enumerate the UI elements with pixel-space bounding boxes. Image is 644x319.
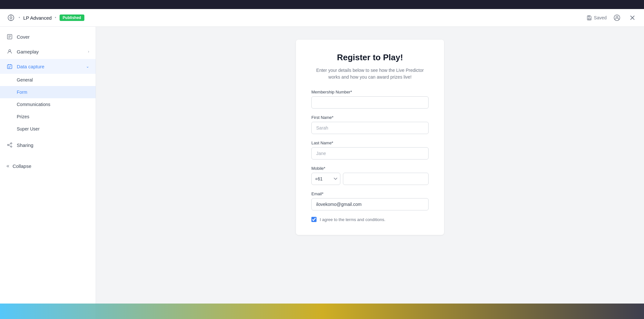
general-label: General (17, 77, 33, 82)
sidebar-cover-label: Cover (17, 34, 89, 40)
sidebar-gameplay-label: Gameplay (17, 49, 84, 54)
header-title: LP Advanced (23, 15, 52, 21)
last-name-field: Last Name* (311, 140, 429, 160)
sidebar-sub-item-form[interactable]: Form (0, 86, 96, 98)
first-name-input[interactable] (311, 122, 429, 134)
save-icon (587, 15, 592, 20)
mobile-input[interactable] (343, 173, 429, 185)
prizes-label: Prizes (17, 114, 29, 119)
form-card: Register to Play! Enter your details bel… (296, 40, 444, 235)
person-icon (6, 48, 13, 55)
modal-window: • LP Advanced • Published Saved (0, 9, 644, 319)
form-label: Form (17, 90, 27, 95)
predictor-icon (6, 13, 15, 22)
sharing-label: Sharing (17, 142, 89, 148)
communications-label: Communications (17, 102, 50, 107)
share-icon (6, 142, 13, 148)
sidebar-data-capture-label: Data capture (17, 64, 82, 69)
last-name-label: Last Name* (311, 140, 429, 145)
capture-icon (6, 63, 13, 70)
super-user-label: Super User (17, 126, 40, 131)
form-title: Register to Play! (311, 53, 429, 63)
email-label: Email* (311, 191, 429, 196)
close-button[interactable] (627, 13, 638, 23)
sidebar-sub-item-prizes[interactable]: Prizes (0, 111, 96, 123)
terms-label: I agree to the terms and conditions. (320, 217, 385, 222)
saved-label: Saved (594, 15, 607, 20)
dot-separator-1: • (19, 15, 20, 20)
user-button[interactable] (612, 13, 622, 23)
dot-separator-2: • (55, 15, 56, 20)
first-name-field: First Name* (311, 115, 429, 134)
chevron-right-icon: › (88, 49, 89, 54)
sidebar-sub-item-communications[interactable]: Communications (0, 98, 96, 111)
header-left: • LP Advanced • Published (6, 13, 587, 22)
app-topbar (0, 0, 644, 9)
mobile-row: +61 +1 +44 +64 (311, 173, 429, 185)
membership-field: Membership Number* (311, 90, 429, 109)
modal-body: Cover Gameplay › (0, 27, 644, 319)
svg-point-1 (10, 17, 12, 19)
email-field: Email* (311, 191, 429, 210)
document-icon (6, 34, 13, 40)
svg-rect-4 (588, 18, 590, 20)
sidebar-item-gameplay[interactable]: Gameplay › (0, 44, 96, 59)
chevron-down-icon: ⌄ (86, 64, 89, 69)
svg-line-24 (9, 145, 11, 146)
content-area: Register to Play! Enter your details bel… (96, 27, 644, 319)
user-icon (614, 15, 620, 21)
sidebar: Cover Gameplay › (0, 27, 96, 319)
svg-point-7 (616, 16, 618, 18)
modal-header: • LP Advanced • Published Saved (0, 9, 644, 27)
membership-input[interactable] (311, 96, 429, 109)
sidebar-item-sharing[interactable]: Sharing (0, 138, 96, 152)
sidebar-collapse-button[interactable]: « Collapse (0, 159, 96, 173)
sidebar-item-data-capture[interactable]: Data capture ⌄ (0, 59, 96, 74)
saved-indicator: Saved (587, 15, 607, 20)
svg-line-23 (9, 144, 11, 145)
svg-point-6 (614, 15, 620, 21)
country-code-select[interactable]: +61 +1 +44 +64 (311, 173, 340, 185)
published-badge: Published (60, 15, 84, 21)
svg-point-21 (7, 144, 9, 146)
sidebar-item-cover[interactable]: Cover (0, 29, 96, 44)
svg-point-22 (11, 146, 12, 147)
sidebar-sub-item-super-user[interactable]: Super User (0, 123, 96, 135)
membership-label: Membership Number* (311, 90, 429, 94)
header-right: Saved (587, 13, 638, 23)
collapse-chevron-icon: « (6, 163, 9, 169)
terms-checkbox-row: I agree to the terms and conditions. (311, 217, 429, 222)
mobile-label: Mobile* (311, 166, 429, 171)
form-subtitle: Enter your details below to see how the … (311, 67, 429, 81)
sidebar-sub-item-general[interactable]: General (0, 74, 96, 86)
email-input[interactable] (311, 198, 429, 210)
collapse-label: Collapse (13, 163, 31, 169)
svg-point-14 (9, 50, 11, 52)
first-name-label: First Name* (311, 115, 429, 120)
bottom-strip (0, 304, 644, 319)
terms-checkbox[interactable] (311, 217, 317, 222)
svg-point-20 (11, 143, 12, 144)
last-name-input[interactable] (311, 147, 429, 160)
svg-rect-5 (588, 16, 590, 17)
mobile-field: Mobile* +61 +1 +44 +64 (311, 166, 429, 185)
close-icon (630, 15, 635, 21)
